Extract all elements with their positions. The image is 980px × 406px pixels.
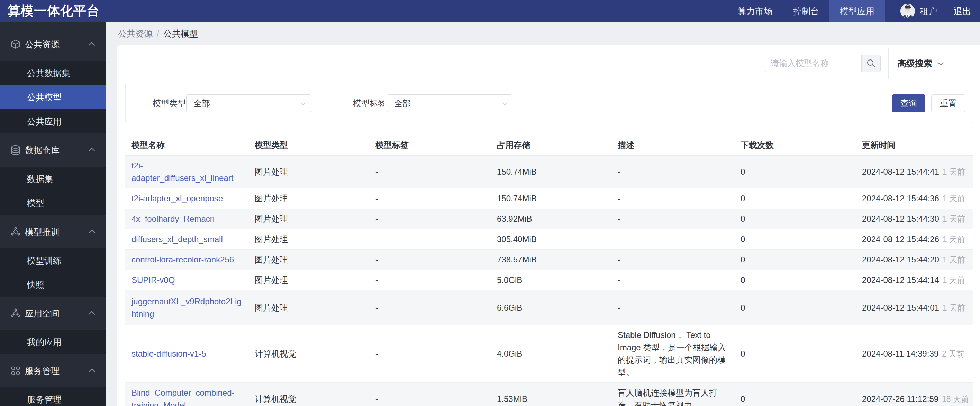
chevron-up-icon [89, 311, 95, 317]
app-space-icon [10, 308, 21, 319]
cell-updated: 2024-08-12 15:44:411 天前 [856, 155, 973, 189]
table-header-row: 模型名称 模型类型 模型标签 占用存储 描述 下载次数 更新时间 [125, 135, 973, 155]
search-group [765, 55, 881, 72]
cell-downloads: 0 [734, 270, 856, 290]
model-name-link[interactable]: t2i-adapter_xl_openpose [125, 189, 248, 209]
model-name-link[interactable]: stable-diffusion-v1-5 [125, 325, 248, 383]
cell-updated: 2024-07-26 11:12:5918 天前 [856, 383, 973, 406]
nav-item-console[interactable]: 控制台 [783, 0, 829, 22]
chevron-down-icon [938, 59, 943, 65]
sidebar-item-service-mgmt[interactable]: 服务管理 [0, 387, 106, 406]
cell-tag: - [369, 290, 491, 325]
cell-updated: 2024-08-12 15:44:301 天前 [856, 209, 973, 229]
breadcrumb-separator: / [157, 29, 159, 39]
breadcrumb-parent[interactable]: 公共资源 [118, 28, 153, 40]
logout-button[interactable]: 退出 [954, 6, 980, 17]
sidebar-item-public-models[interactable]: 公共模型 [0, 85, 106, 109]
cell-type: 图片处理 [248, 270, 369, 290]
cell-desc: - [611, 290, 734, 325]
submenu-data-warehouse: 数据集 模型 [0, 167, 106, 215]
sidebar-group-label: 模型推训 [25, 226, 59, 238]
user-name[interactable]: 租户 [920, 6, 937, 17]
avatar-person-icon [900, 4, 915, 18]
model-tag-label: 模型标签 [353, 98, 386, 109]
cell-downloads: 0 [734, 209, 856, 229]
nav-item-model-apps[interactable]: 模型应用 [829, 0, 885, 22]
cell-tag: - [369, 383, 491, 406]
cell-desc: - [611, 209, 734, 229]
model-name-link[interactable]: control-lora-recolor-rank256 [125, 250, 248, 270]
cell-updated: 2024-08-12 15:44:141 天前 [856, 270, 973, 290]
table-row: t2i-adapter_xl_openpose 图片处理 - 150.74MiB… [125, 189, 973, 209]
col-header-storage: 占用存储 [491, 135, 611, 155]
model-name-link[interactable]: t2i-adapter_diffusers_xl_lineart [125, 155, 248, 189]
model-name-link[interactable]: SUPIR-v0Q [125, 270, 248, 290]
cell-storage: 5.0GiB [491, 270, 611, 290]
chevron-up-icon [89, 42, 95, 48]
sidebar-group-model-training[interactable]: 模型推训 [0, 215, 106, 248]
search-button[interactable] [861, 55, 880, 71]
sidebar-item-datasets[interactable]: 数据集 [0, 167, 106, 191]
sidebar-item-my-apps[interactable]: 我的应用 [0, 330, 106, 354]
sidebar-group-label: 应用空间 [25, 308, 59, 319]
model-name-link[interactable]: 4x_foolhardy_Remacri [125, 209, 248, 229]
cell-storage: 4.0GiB [491, 325, 611, 383]
relative-time: 1 天前 [943, 167, 965, 176]
cell-updated: 2024-08-11 14:39:392 天前 [856, 325, 973, 383]
model-name-link[interactable]: Blind_Computer_combined-training_Model [125, 383, 248, 406]
model-type-select[interactable]: 全部 [186, 94, 311, 113]
sidebar-item-public-datasets[interactable]: 公共数据集 [0, 61, 106, 85]
sidebar-group-app-space[interactable]: 应用空间 [0, 297, 106, 330]
cell-tag: - [369, 250, 491, 270]
cell-type: 图片处理 [248, 229, 369, 250]
relative-time: 1 天前 [943, 255, 965, 264]
table-row: 4x_foolhardy_Remacri 图片处理 - 63.92MiB - 0… [125, 209, 973, 229]
user-avatar[interactable] [900, 4, 915, 18]
cell-downloads: 0 [734, 290, 856, 325]
model-train-icon [10, 227, 21, 237]
cell-tag: - [369, 325, 491, 383]
relative-time: 1 天前 [943, 276, 965, 285]
database-icon [10, 145, 21, 155]
table-row: Blind_Computer_combined-training_Model 计… [125, 383, 973, 406]
sidebar-item-model-train[interactable]: 模型训练 [0, 248, 106, 273]
nav-item-compute-market[interactable]: 算力市场 [727, 0, 783, 22]
cell-desc: - [611, 270, 734, 290]
search-input[interactable] [765, 55, 861, 71]
cell-storage: 1.53MiB [491, 383, 611, 406]
cell-storage: 150.74MiB [491, 189, 611, 209]
relative-time: 2 天前 [942, 349, 964, 358]
table-row: SUPIR-v0Q 图片处理 - 5.0GiB - 0 2024-08-12 1… [125, 270, 973, 290]
cell-updated: 2024-08-12 15:44:011 天前 [856, 290, 973, 325]
sidebar-group-label: 数据仓库 [25, 144, 59, 156]
relative-time: 1 天前 [943, 214, 965, 224]
model-tag-select[interactable]: 全部 [387, 94, 512, 113]
reset-button[interactable]: 重置 [931, 94, 965, 113]
query-button[interactable]: 查询 [892, 94, 925, 113]
sidebar-group-public-resources[interactable]: 公共资源 [0, 28, 106, 61]
model-type-value: 全部 [193, 98, 210, 109]
col-header-desc: 描述 [611, 135, 734, 155]
cell-desc: 盲人脑机连接模型为盲人打造，有助于恢复视力 [611, 383, 734, 406]
cell-desc: - [611, 229, 734, 250]
table-row: stable-diffusion-v1-5 计算机视觉 - 4.0GiB Sta… [125, 325, 973, 383]
col-header-downloads: 下载次数 [734, 135, 856, 155]
cell-tag: - [369, 209, 491, 229]
app-title: 算模一体化平台 [0, 2, 100, 20]
advanced-search-label[interactable]: 高级搜索 [898, 58, 932, 69]
sidebar-item-models[interactable]: 模型 [0, 191, 106, 215]
model-name-link[interactable]: diffusers_xl_depth_small [125, 229, 248, 250]
model-name-link[interactable]: juggernautXL_v9Rdphoto2Lightning [125, 290, 248, 325]
col-header-tag: 模型标签 [369, 135, 491, 155]
sidebar-item-snapshot[interactable]: 快照 [0, 273, 106, 297]
advanced-search-toggle[interactable]: 高级搜索 [888, 48, 973, 79]
top-navbar: 算模一体化平台 算力市场 控制台 模型应用 租户 退出 [0, 0, 980, 22]
cell-tag: - [369, 155, 491, 189]
filter-panel: 模型类型 全部 模型标签 全部 查询 重置 [125, 83, 973, 124]
main-area: 公共资源 / 公共模型 高级搜索 模型类型 [106, 22, 980, 406]
sidebar-group-data-warehouse[interactable]: 数据仓库 [0, 133, 106, 167]
cell-storage: 738.57MiB [491, 250, 611, 270]
sidebar-group-service-mgmt[interactable]: 服务管理 [0, 354, 106, 387]
sidebar-item-public-apps[interactable]: 公共应用 [0, 109, 106, 133]
cell-downloads: 0 [734, 155, 856, 189]
